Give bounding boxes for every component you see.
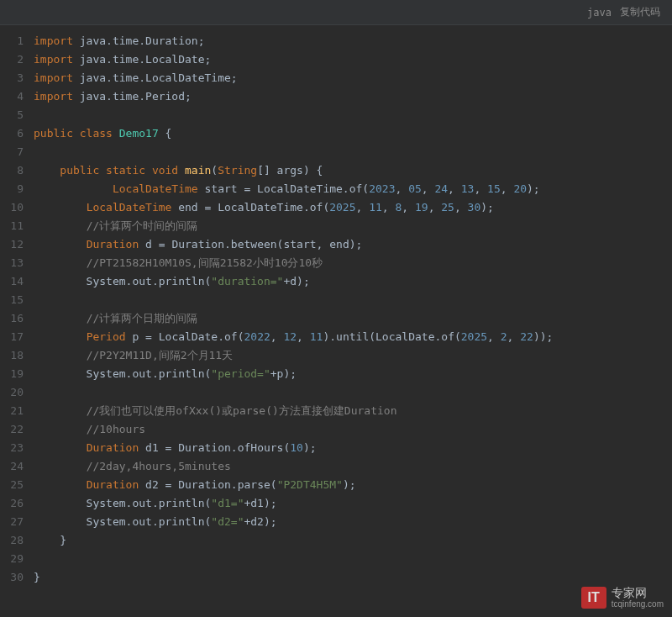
code-line: //我们也可以使用ofXxx()或parse()方法直接创建Duration [34, 402, 672, 420]
code-line [34, 550, 672, 568]
copy-button[interactable]: 复制代码 [620, 5, 660, 19]
code-line: Duration d = Duration.between(start, end… [34, 235, 672, 254]
line-number: 11 [0, 217, 24, 235]
code-line: import java.time.Period; [34, 87, 672, 106]
code-line: //10hours [34, 420, 672, 439]
line-number: 8 [0, 161, 24, 180]
code-editor: java 复制代码 123456789101112131415161718192… [0, 0, 672, 617]
code-line: System.out.println("d2="+d2); [34, 513, 672, 531]
code-line: System.out.println("d1="+d1); [34, 494, 672, 513]
code-line: //P2Y2M11D,间隔2个月11天 [34, 346, 672, 365]
line-number: 2 [0, 50, 24, 69]
line-number: 9 [0, 180, 24, 198]
editor-header: java 复制代码 [0, 0, 672, 25]
line-number: 17 [0, 328, 24, 346]
line-number: 10 [0, 198, 24, 217]
code-body: 1234567891011121314151617181920212223242… [0, 25, 672, 587]
line-number: 6 [0, 124, 24, 143]
code-content[interactable]: import java.time.Duration;import java.ti… [34, 32, 672, 587]
code-line: public static void main(String[] args) { [34, 161, 672, 180]
code-line: Duration d2 = Duration.parse("P2DT4H5M")… [34, 476, 672, 494]
code-line [34, 291, 672, 309]
line-number: 12 [0, 235, 24, 254]
code-line: import java.time.Duration; [34, 32, 672, 50]
code-line: System.out.println("period="+p); [34, 365, 672, 383]
code-line: import java.time.LocalDate; [34, 50, 672, 69]
line-number: 20 [0, 383, 24, 402]
code-line: Period p = LocalDate.of(2022, 12, 11).un… [34, 328, 672, 346]
line-number: 22 [0, 420, 24, 439]
code-line: } [34, 568, 672, 587]
code-line: Duration d1 = Duration.ofHours(10); [34, 439, 672, 457]
code-line: //计算两个时间的间隔 [34, 217, 672, 235]
line-number: 13 [0, 254, 24, 272]
line-number: 18 [0, 346, 24, 365]
code-line [34, 383, 672, 402]
code-line [34, 106, 672, 124]
line-number: 15 [0, 291, 24, 309]
line-number: 24 [0, 457, 24, 476]
code-line: public class Demo17 { [34, 124, 672, 143]
line-number: 28 [0, 531, 24, 550]
watermark-title: 专家网 [612, 587, 664, 599]
line-number: 23 [0, 439, 24, 457]
watermark-sub: tcqinfeng.com [612, 599, 664, 609]
code-line: LocalDateTime end = LocalDateTime.of(202… [34, 198, 672, 217]
line-number: 5 [0, 106, 24, 124]
code-line: //PT21582H10M10S,间隔21582小时10分10秒 [34, 254, 672, 272]
line-number: 26 [0, 494, 24, 513]
code-line: import java.time.LocalDateTime; [34, 69, 672, 87]
code-line: //2day,4hours,5minutes [34, 457, 672, 476]
watermark-badge: IT [581, 587, 606, 609]
line-number: 4 [0, 87, 24, 106]
line-number: 7 [0, 143, 24, 161]
line-number: 21 [0, 402, 24, 420]
code-line: System.out.println("duration="+d); [34, 272, 672, 291]
watermark-text: 专家网 tcqinfeng.com [612, 587, 664, 609]
code-line [34, 143, 672, 161]
code-line: LocalDateTime start = LocalDateTime.of(2… [34, 180, 672, 198]
line-number: 29 [0, 550, 24, 568]
watermark: IT 专家网 tcqinfeng.com [581, 587, 664, 609]
code-line: } [34, 531, 672, 550]
line-number: 14 [0, 272, 24, 291]
line-number-gutter: 1234567891011121314151617181920212223242… [0, 32, 34, 587]
line-number: 3 [0, 69, 24, 87]
line-number: 30 [0, 568, 24, 587]
line-number: 16 [0, 309, 24, 328]
line-number: 25 [0, 476, 24, 494]
line-number: 1 [0, 32, 24, 50]
line-number: 27 [0, 513, 24, 531]
language-label: java [587, 7, 612, 18]
code-line: //计算两个日期的间隔 [34, 309, 672, 328]
line-number: 19 [0, 365, 24, 383]
